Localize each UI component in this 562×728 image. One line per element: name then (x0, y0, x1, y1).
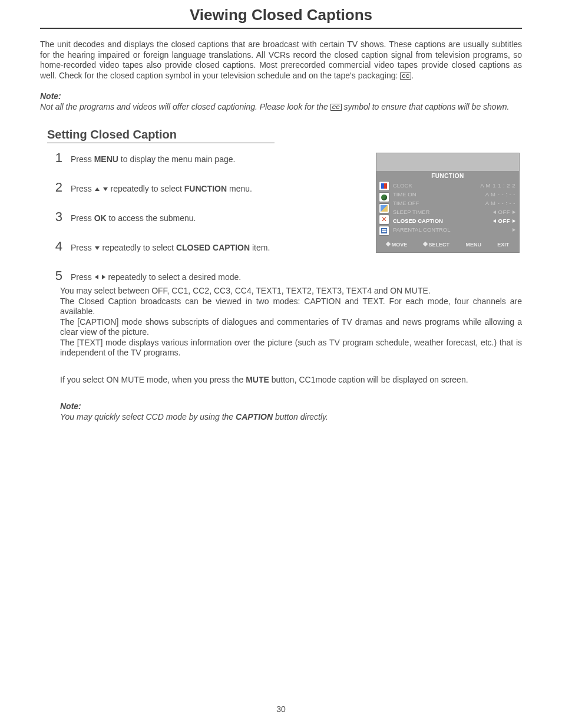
osd-topbar (376, 153, 519, 171)
osd-row-value: OFF (493, 209, 516, 215)
right-arrow-icon (513, 228, 515, 232)
osd-row-closed-caption: CLOSED CAPTION OFF (393, 216, 515, 225)
osd-row-value: A M - - : - - (485, 200, 515, 206)
up-arrow-icon (95, 187, 100, 191)
note-label: Note: (40, 91, 522, 101)
osd-row-time-off: TIME OFF A M - - : - - (393, 199, 515, 207)
osd-icons-column (379, 181, 389, 236)
note-text-a: Not all the programs and videos will off… (40, 102, 330, 111)
intro-text: The unit decodes and displays the closed… (40, 39, 522, 80)
osd-row-time-on: TIME ON A M - - : - - (393, 190, 515, 199)
body-text: You may select between OFF, CC1, CC2, CC… (60, 286, 522, 385)
right-arrow-icon (513, 219, 515, 223)
osd-foot-move: MOVE (386, 242, 408, 248)
note-body: Not all the programs and videos will off… (40, 102, 522, 111)
osd-rows: CLOCK A M 1 1 : 2 2 TIME ON A M - - : - … (393, 181, 515, 236)
osd-footer: MOVE SELECT MENU EXIT (376, 236, 519, 250)
left-arrow-icon (95, 275, 98, 279)
osd-row-label: TIME OFF (393, 200, 419, 206)
osd-foot-menu: MENU (465, 242, 481, 248)
osd-foot-select: SELECT (424, 242, 450, 248)
osd-row-value: OFF (493, 218, 516, 224)
osd-row-label: CLOCK (393, 182, 412, 189)
osd-row-value: A M 1 1 : 2 2 (480, 182, 515, 189)
body-p3: The [CAPTION] mode shows subscripts of d… (60, 317, 522, 338)
body-p4: The [TEXT] mode displays various informa… (60, 338, 522, 358)
step-number: 5 (52, 268, 62, 284)
osd-function-icon (379, 203, 389, 213)
title-rule (40, 28, 522, 29)
osd-row-value: A M - - : - - (485, 191, 515, 197)
cc-symbol-icon: CC (400, 73, 411, 80)
page-number: 30 (0, 704, 562, 714)
down-arrow-icon (95, 246, 100, 250)
osd-channel-icon (379, 226, 389, 236)
osd-row-label: SLEEP TIMER (393, 209, 429, 215)
intro-paragraph: The unit decodes and displays the closed… (40, 39, 522, 81)
left-arrow-icon (493, 219, 496, 223)
note-text-b: symbol to ensure that captions will be s… (342, 102, 510, 111)
step-number: 1 (52, 150, 62, 166)
osd-row-label: PARENTAL CONTROL (393, 226, 450, 233)
step-text: Press repeatedly to select a desired mod… (71, 272, 522, 282)
osd-screenshot: FUNCTION CLOCK A M 1 1 : 2 2 TIME ON A M… (376, 153, 520, 253)
diamond-icon (422, 242, 427, 246)
right-arrow-icon (513, 210, 515, 214)
note2-body: You may quickly select CCD mode by using… (60, 412, 522, 421)
osd-title: FUNCTION (376, 171, 519, 181)
body-p1: You may select between OFF, CC1, CC2, CC… (60, 286, 522, 297)
page-title: Viewing Closed Captions (40, 6, 522, 24)
osd-sound-icon (379, 192, 389, 202)
cc-symbol-icon: CC (330, 104, 342, 111)
osd-picture-icon (379, 181, 389, 191)
section-rule (47, 143, 275, 143)
body-p5: If you select ON MUTE mode, when you pre… (60, 375, 522, 386)
body-p2: The Closed Caption broadcasts can be vie… (60, 297, 522, 317)
osd-row-sleep-timer: SLEEP TIMER OFF (393, 207, 515, 216)
left-arrow-icon (493, 210, 496, 214)
osd-tools-icon (379, 215, 389, 225)
right-arrow-icon (102, 275, 105, 279)
osd-row-parental-control: PARENTAL CONTROL (393, 225, 515, 234)
down-arrow-icon (103, 187, 108, 191)
diamond-icon (385, 242, 390, 246)
osd-row-clock: CLOCK A M 1 1 : 2 2 (393, 181, 515, 190)
section-heading: Setting Closed Caption (47, 128, 522, 141)
step-number: 2 (52, 180, 62, 195)
manual-page: Viewing Closed Captions The unit decodes… (0, 0, 562, 728)
osd-row-label: CLOSED CAPTION (393, 218, 443, 224)
note2-label: Note: (60, 401, 522, 411)
osd-body: CLOCK A M 1 1 : 2 2 TIME ON A M - - : - … (376, 181, 519, 236)
step-number: 4 (52, 239, 62, 254)
step-5: 5 Press repeatedly to select a desired m… (52, 268, 522, 284)
osd-row-label: TIME ON (393, 191, 416, 197)
step-number: 3 (52, 209, 62, 225)
osd-foot-exit: EXIT (497, 242, 509, 248)
osd-row-value (513, 228, 515, 232)
